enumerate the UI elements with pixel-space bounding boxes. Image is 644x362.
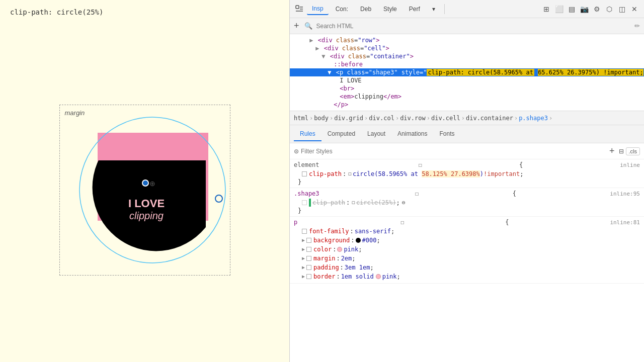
add-node-icon[interactable]: + [294,21,299,31]
prop-checkbox-shape3[interactable] [302,200,307,205]
prop-line-border: ▶ border : 1em solid pink ; [294,272,640,281]
tab-performance[interactable]: Perf [404,4,425,15]
rule-selector-p[interactable]: p [294,219,297,226]
add-rule-button[interactable]: + [609,146,615,156]
tab-console[interactable]: Con: [331,4,353,15]
rule-selector-element[interactable]: element [294,161,319,168]
tree-row-before[interactable]: ::before [290,60,644,68]
tree-row-div-container[interactable]: ▼ <div class="container"> [290,52,644,60]
rule-selector-shape3[interactable]: .shape3 [294,190,319,197]
inspect-icon[interactable] [294,4,305,15]
tree-row-em-clipping: <em>clipping</em> [290,93,644,101]
filter-bar: ⊜ + ⊟ .cls [290,143,644,159]
styles-tabs: Rules Computed Layout Animations Fonts [290,125,644,143]
color-dot-pink[interactable] [337,247,342,252]
rule-element-header: element ☐ { inline [294,161,640,168]
tab-debugger[interactable]: Deb [355,4,376,15]
margin-box: margin I LOVE clipping ⊕ [59,105,230,276]
triangle-icon[interactable]: ▼ [328,69,331,76]
triangle-icon[interactable]: ▶ [309,37,313,44]
prop-checkbox-color[interactable] [306,247,311,252]
prop-line-padding: ▶ padding : 3em 1em ; [294,263,640,272]
clip-path-icon-shape3[interactable]: ◻ [352,198,355,207]
expand-bg-icon[interactable]: ▶ [302,236,305,245]
prop-checkbox-ff[interactable] [302,229,307,234]
tab-styles[interactable]: Style [378,4,402,15]
cls-button[interactable]: .cls [626,147,640,155]
filter-styles-input[interactable] [301,148,605,155]
rule-checkbox-element[interactable]: ☐ [419,161,422,168]
rule-location-shape3: inline:95 [610,191,640,197]
devtools-top-icons: ⊞ ⬜ ▤ 📷 ⚙ ⬡ ◫ ✕ [541,4,640,15]
tree-row-p-shape3[interactable]: ▼ <p class="shape3" style="clip-path: ci… [290,68,644,76]
prop-checkbox-margin[interactable] [306,256,311,261]
prop-checkbox[interactable] [302,171,307,176]
bc-divcol[interactable]: div.col [369,115,394,122]
circle-edge-handle[interactable] [215,195,223,203]
circle-center-handle[interactable] [142,179,149,187]
rule-location-element: inline [620,162,640,168]
search-html-input[interactable] [316,23,630,30]
search-html-bar: + 🔍 ✏ [290,18,644,34]
bc-divgrid[interactable]: div.grid [334,115,363,122]
prop-checkbox-padding[interactable] [306,265,311,270]
clip-path-icon[interactable]: ◻ [348,169,352,178]
expand-padding-icon[interactable]: ▶ [302,263,305,272]
rule-p-header: p ☐ { inline:81 [294,219,640,226]
rule-p: p ☐ { inline:81 font-family : sans-serif… [290,217,644,284]
breadcrumb: html › body › div.grid › div.col › div.r… [290,111,644,125]
prop-checkbox-border[interactable] [306,274,311,279]
tree-row-div-cell[interactable]: ▶ <div class="cell"> [290,44,644,52]
grid-icon[interactable]: ⊞ [541,4,552,15]
clipped-element: I LOVE clipping [88,160,206,258]
prop-line-background: ▶ background : #000 ; [294,236,640,245]
rule-close-element: } [294,178,640,186]
color-dot-black[interactable] [356,238,361,243]
settings-icon[interactable]: ⚙ [591,4,602,15]
bc-body[interactable]: body [314,115,329,122]
bc-divcell[interactable]: div.cell [431,115,460,122]
tab-computed[interactable]: Computed [321,127,361,141]
tab-more[interactable]: ▾ [427,4,440,15]
triangle-icon[interactable]: ▼ [321,53,325,60]
rule-location-p: inline:81 [610,219,640,226]
expand-border-icon[interactable]: ▶ [302,272,305,281]
prop-line-font-family: font-family : sans-serif ; [294,227,640,236]
edit-html-icon[interactable]: ✏ [634,22,640,30]
tab-layout[interactable]: Layout [361,127,391,141]
bc-divcontainer[interactable]: div.container [466,115,513,122]
bc-html[interactable]: html [294,115,308,122]
split-icon[interactable]: ◫ [616,4,627,15]
responsive-icon[interactable]: ⬜ [553,4,565,15]
filter-icon: ⊜ [294,148,299,155]
tab-inspector[interactable]: Insp [307,3,329,15]
prop-line-margin: ▶ margin : 2em ; [294,254,640,263]
expand-margin-icon[interactable]: ▶ [302,254,305,263]
devtools-toolbar: Insp Con: Deb Style Perf ▾ ⊞ ⬜ ▤ 📷 ⚙ ⬡ ◫… [290,0,644,18]
dock-icon[interactable]: ▤ [566,4,577,15]
camera-icon[interactable]: 📷 [579,4,590,15]
funnel-icon-shape3[interactable]: ⊜ [402,198,406,207]
tree-row-br: <br> [290,84,644,93]
margin-label: margin [65,109,85,117]
copy-styles-icon[interactable]: ⊟ [619,148,624,155]
demo-area: margin I LOVE clipping ⊕ [10,26,279,354]
love-text-line1: I LOVE [128,197,165,210]
rule-shape3: .shape3 ☐ { inline:95 clip-path : ◻ circ… [290,188,644,217]
tab-animations[interactable]: Animations [391,127,433,141]
bc-pshape3[interactable]: p.shape3 [519,115,548,122]
prop-line-clip-path-element: clip-path : ◻ circle(58.5965% at 58.125%… [294,169,640,178]
tree-row-div-row[interactable]: ▶ <div class="row"> [290,36,644,44]
close-icon[interactable]: ✕ [629,4,640,15]
tab-fonts[interactable]: Fonts [433,127,460,141]
prop-line-color: ▶ color : pink ; [294,245,640,254]
layout-icon[interactable]: ⬡ [604,4,615,15]
bc-divrow[interactable]: div.row [400,115,426,122]
rule-checkbox-p[interactable]: ☐ [400,219,404,226]
triangle-icon[interactable]: ▶ [315,45,319,52]
rule-checkbox-shape3[interactable]: ☐ [415,190,419,197]
color-dot-border-pink[interactable] [376,274,381,279]
prop-checkbox-bg[interactable] [306,238,311,243]
tab-rules[interactable]: Rules [294,127,321,141]
expand-color-icon[interactable]: ▶ [302,245,305,254]
